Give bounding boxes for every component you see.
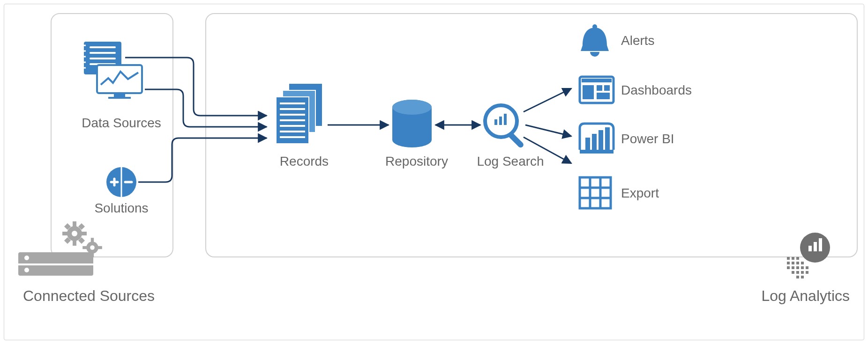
svg-rect-86 (787, 266, 790, 269)
diagram-frame: Data Sources Solutions Records Repositor… (4, 4, 864, 340)
dashboards-label: Dashboards (621, 83, 692, 98)
svg-rect-81 (796, 257, 799, 260)
svg-rect-79 (787, 257, 790, 260)
records-icon (276, 84, 322, 144)
svg-rect-93 (801, 271, 804, 274)
svg-rect-80 (792, 257, 794, 260)
svg-line-56 (524, 88, 571, 112)
alerts-label: Alerts (621, 33, 655, 48)
svg-rect-95 (796, 276, 799, 278)
svg-rect-46 (592, 134, 597, 150)
connected-sources-label: Connected Sources (23, 287, 155, 305)
svg-rect-73 (97, 246, 102, 249)
svg-rect-45 (585, 138, 590, 150)
svg-rect-96 (801, 276, 804, 278)
svg-rect-76 (18, 263, 93, 265)
svg-rect-85 (801, 262, 804, 264)
svg-rect-42 (597, 93, 610, 99)
svg-rect-60 (73, 221, 76, 227)
svg-rect-98 (808, 246, 812, 251)
connected-sources-server-icon (18, 221, 102, 276)
svg-rect-70 (91, 238, 94, 242)
svg-rect-92 (796, 271, 799, 274)
svg-rect-82 (787, 262, 790, 264)
data-sources-label: Data Sources (75, 116, 168, 131)
svg-rect-33 (494, 119, 497, 125)
svg-rect-10 (97, 65, 142, 93)
svg-point-74 (90, 245, 95, 250)
solutions-label: Solutions (84, 201, 159, 216)
repository-label: Repository (374, 154, 459, 169)
solutions-icon (106, 167, 136, 197)
log-analytics-label: Log Analytics (761, 287, 850, 305)
power-bi-icon (580, 124, 614, 154)
svg-rect-61 (73, 240, 76, 246)
svg-rect-36 (508, 132, 525, 149)
svg-rect-94 (806, 271, 808, 274)
svg-point-30 (392, 132, 432, 147)
svg-point-78 (24, 268, 29, 272)
svg-rect-89 (801, 266, 804, 269)
svg-rect-88 (796, 266, 799, 269)
log-search-icon (485, 105, 524, 149)
svg-point-68 (72, 231, 77, 236)
svg-rect-91 (792, 271, 794, 274)
svg-rect-63 (81, 232, 87, 235)
data-sources-icon (82, 42, 142, 99)
svg-rect-44 (580, 150, 614, 154)
power-bi-label: Power BI (621, 132, 674, 146)
svg-rect-83 (792, 262, 794, 264)
log-search-label: Log Search (468, 154, 553, 169)
export-label: Export (621, 186, 659, 201)
svg-rect-62 (62, 232, 68, 235)
svg-rect-99 (814, 242, 817, 251)
svg-rect-84 (796, 262, 799, 264)
svg-point-37 (592, 24, 597, 29)
svg-rect-48 (605, 127, 610, 150)
svg-rect-49 (580, 177, 611, 208)
svg-rect-100 (819, 238, 822, 251)
svg-rect-47 (599, 130, 603, 150)
svg-line-57 (525, 125, 571, 136)
svg-rect-90 (806, 266, 808, 269)
svg-rect-87 (792, 266, 794, 269)
svg-rect-39 (583, 85, 594, 99)
svg-rect-41 (604, 85, 610, 91)
log-analytics-badge-icon (787, 233, 830, 278)
svg-rect-72 (82, 246, 87, 249)
alerts-icon (581, 24, 609, 57)
records-label: Records (267, 154, 342, 169)
svg-rect-34 (499, 117, 502, 125)
export-icon (580, 177, 611, 208)
dashboards-icon (580, 77, 614, 103)
svg-point-31 (392, 100, 432, 115)
svg-point-77 (24, 256, 29, 260)
repository-icon (392, 100, 432, 147)
svg-rect-12 (108, 97, 131, 99)
svg-rect-11 (114, 93, 125, 97)
svg-rect-43 (582, 79, 612, 82)
svg-rect-40 (597, 85, 602, 91)
svg-rect-35 (504, 114, 507, 125)
